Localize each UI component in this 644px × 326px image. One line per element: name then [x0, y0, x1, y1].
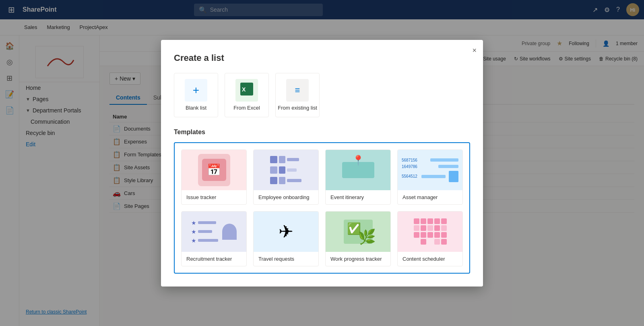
template-label-asset: Asset manager: [398, 190, 462, 204]
create-from-existing[interactable]: ≡ From existing list: [275, 73, 320, 117]
template-thumb-issue: 📅: [182, 150, 246, 190]
templates-grid: 📅 Issue tracker Employee onboarding 📍 Ev…: [174, 142, 470, 274]
blank-list-icon: +: [193, 84, 199, 97]
excel-icon: X: [240, 83, 253, 98]
template-label-event: Event itinerary: [326, 190, 390, 204]
modal-title: Create a list: [174, 53, 470, 63]
template-thumb-onboard: [254, 150, 318, 190]
template-label-issue: Issue tracker: [182, 190, 246, 204]
template-thumb-recruit: ★★★: [182, 212, 246, 252]
existing-list-icon: ≡: [295, 85, 300, 96]
template-label-work: Work progress tracker: [326, 252, 390, 266]
template-label-onboard: Employee onboarding: [254, 190, 318, 204]
template-thumb-event: 📍: [326, 150, 390, 190]
modal-overlay: Create a list × + Blank list X: [0, 0, 644, 326]
template-content[interactable]: Content scheduler: [397, 211, 463, 266]
templates-title: Templates: [174, 129, 470, 136]
template-event[interactable]: 📍 Event itinerary: [325, 150, 391, 205]
create-options: + Blank list X From Excel: [174, 73, 470, 117]
template-asset[interactable]: 5687156 1649786 5564512 Asset manager: [397, 150, 463, 205]
template-thumb-asset: 5687156 1649786 5564512: [398, 150, 462, 190]
template-thumb-content: [398, 212, 462, 252]
template-issue[interactable]: 📅 Issue tracker: [181, 150, 247, 205]
template-label-recruit: Recruitment tracker: [182, 252, 246, 266]
modal-close-button[interactable]: ×: [472, 46, 477, 55]
template-label-travel: Travel requests: [254, 252, 318, 266]
template-travel[interactable]: ✈ Travel requests: [253, 211, 319, 266]
template-thumb-travel: ✈: [254, 212, 318, 252]
template-work[interactable]: ✅ 🌿 Work progress tracker: [325, 211, 391, 266]
create-list-modal: Create a list × + Blank list X: [161, 40, 483, 287]
plane-icon: ✈: [279, 221, 293, 242]
svg-text:X: X: [242, 86, 246, 93]
template-thumb-work: ✅ 🌿: [326, 212, 390, 252]
template-recruit[interactable]: ★★★ Recruitment tracker: [181, 211, 247, 266]
create-blank-list[interactable]: + Blank list: [174, 73, 218, 117]
template-onboard[interactable]: Employee onboarding: [253, 150, 319, 205]
template-label-content: Content scheduler: [398, 252, 462, 266]
create-from-excel[interactable]: X From Excel: [225, 73, 269, 117]
